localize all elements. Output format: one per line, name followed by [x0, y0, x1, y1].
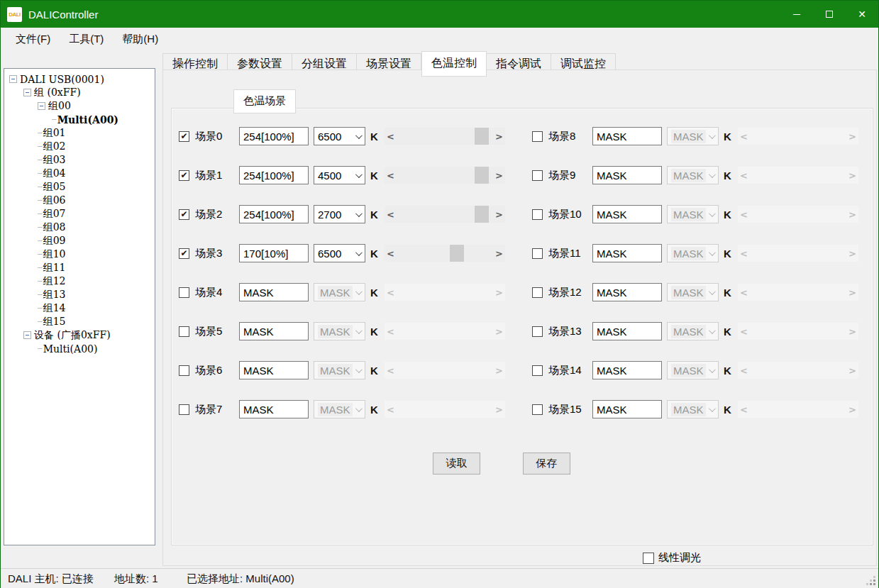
scene-level-input[interactable]: 254[100%] [239, 127, 309, 145]
kelvin-scrollbar: <> [385, 401, 505, 418]
tree-node-6[interactable]: ┄组03 [4, 153, 155, 167]
scrollbar-right-arrow-icon[interactable]: > [493, 206, 505, 223]
tree-expander-icon[interactable] [23, 331, 31, 339]
tree-node-18[interactable]: ┄组15 [4, 315, 155, 328]
scene-level-input[interactable]: MASK [239, 322, 309, 340]
scene-level-input[interactable]: MASK [239, 400, 309, 418]
scrollbar-right-arrow-icon[interactable]: > [493, 128, 505, 145]
menu-item-2[interactable]: 帮助(H) [113, 29, 167, 50]
tree-node-16[interactable]: ┄组13 [4, 288, 155, 301]
scene-level-input[interactable]: MASK [592, 400, 662, 418]
tree-node-1[interactable]: 组 (0xFF) [4, 86, 155, 99]
tree-node-0[interactable]: DALI USB(0001) [4, 72, 155, 86]
scene-level-input[interactable]: MASK [592, 127, 662, 145]
scene-level-input[interactable]: 170[10%] [239, 244, 309, 262]
scene-checkbox[interactable]: ✔ [179, 209, 189, 220]
scene-level-input[interactable]: 254[100%] [239, 205, 309, 223]
tree-node-20[interactable]: ┄Multi(A00) [4, 342, 155, 355]
scene-checkbox[interactable] [532, 248, 543, 259]
kelvin-scrollbar[interactable]: <> [385, 245, 505, 262]
scene-kelvin-dropdown: MASK [667, 283, 719, 301]
kelvin-scrollbar[interactable]: <> [385, 128, 505, 145]
tree-node-7[interactable]: ┄组04 [4, 167, 155, 180]
linear-dimming-checkbox[interactable] [643, 553, 654, 564]
tree-node-12[interactable]: ┄组09 [4, 234, 155, 248]
tab-sub-1[interactable]: 色温场景 [233, 89, 296, 113]
tree-node-13[interactable]: ┄组10 [4, 248, 155, 261]
scrollbar-thumb[interactable] [475, 206, 489, 223]
scene-kelvin-dropdown[interactable]: 6500 [314, 127, 365, 145]
tree-expander-icon[interactable] [9, 75, 17, 83]
scene-kelvin-dropdown: MASK [667, 361, 719, 379]
scene-kelvin-dropdown[interactable]: 6500 [314, 244, 365, 262]
tree-node-19[interactable]: 设备 (广播0xFF) [4, 328, 155, 342]
kelvin-unit-label: K [724, 287, 731, 299]
scene-checkbox[interactable] [532, 404, 543, 415]
scene-level-input[interactable]: 254[100%] [239, 166, 309, 184]
scrollbar-thumb[interactable] [450, 245, 464, 262]
tree-node-label: 组00 [48, 100, 71, 113]
scrollbar-thumb[interactable] [475, 128, 489, 145]
scene-level-input[interactable]: MASK [592, 166, 662, 184]
tree-connector-icon: ┄ [38, 263, 42, 272]
scrollbar-right-arrow-icon[interactable]: > [493, 167, 505, 184]
tree-node-15[interactable]: ┄组12 [4, 274, 155, 288]
scrollbar-left-arrow-icon[interactable]: < [385, 167, 397, 184]
scene-checkbox[interactable]: ✔ [179, 248, 189, 259]
scene-checkbox[interactable] [179, 287, 189, 298]
scrollbar-left-arrow-icon[interactable]: < [385, 206, 397, 223]
scene-level-input[interactable]: MASK [592, 283, 662, 301]
tree-connector-icon: ┄ [52, 115, 56, 124]
tree-expander-icon[interactable] [23, 89, 31, 96]
scene-checkbox[interactable] [179, 326, 189, 337]
menu-item-1[interactable]: 工具(T) [60, 29, 113, 50]
minimize-button[interactable]: ─ [780, 1, 813, 28]
scene-level-input[interactable]: MASK [592, 244, 662, 262]
scene-level-input[interactable]: MASK [592, 205, 662, 223]
scene-level-input[interactable]: MASK [239, 361, 309, 379]
tree-node-5[interactable]: ┄组02 [4, 140, 155, 153]
resize-grip-icon[interactable] [873, 583, 875, 585]
tree-node-9[interactable]: ┄组06 [4, 194, 155, 207]
scrollbar-left-arrow-icon[interactable]: < [385, 128, 397, 145]
scene-checkbox[interactable] [532, 131, 543, 142]
scene-checkbox[interactable] [532, 365, 543, 376]
chevron-down-icon [355, 366, 363, 373]
scene-kelvin-dropdown[interactable]: 4500 [314, 166, 365, 184]
scene-level-input[interactable]: MASK [592, 361, 662, 379]
chevron-down-icon [355, 210, 363, 217]
scrollbar-left-arrow-icon[interactable]: < [385, 245, 397, 262]
scene-level-input[interactable]: MASK [592, 322, 662, 340]
tree-node-8[interactable]: ┄组05 [4, 180, 155, 194]
scene-checkbox[interactable] [179, 365, 189, 376]
scene-row-8: 场景8MASKMASKK<> [532, 126, 858, 146]
scene-checkbox[interactable] [532, 326, 543, 337]
tree-node-2[interactable]: 组00 [4, 99, 155, 113]
close-button[interactable]: ✕ [846, 1, 878, 28]
scrollbar-thumb[interactable] [475, 167, 489, 184]
scene-checkbox[interactable] [532, 209, 543, 220]
scrollbar-right-arrow-icon[interactable]: > [493, 245, 505, 262]
scene-checkbox[interactable]: ✔ [179, 170, 189, 181]
scene-checkbox[interactable] [532, 170, 543, 181]
scene-checkbox[interactable]: ✔ [179, 131, 189, 142]
scene-checkbox[interactable] [532, 287, 543, 298]
tree-node-10[interactable]: ┄组07 [4, 207, 155, 221]
tree-expander-icon[interactable] [38, 102, 45, 110]
tree-node-11[interactable]: ┄组08 [4, 221, 155, 234]
tree-node-14[interactable]: ┄组11 [4, 261, 155, 274]
tree-connector-icon: ┄ [38, 344, 42, 353]
tab-main-4[interactable]: 色温控制 [421, 51, 487, 77]
scene-kelvin-dropdown[interactable]: 2700 [314, 205, 365, 223]
kelvin-scrollbar[interactable]: <> [385, 206, 505, 223]
maximize-button[interactable] [813, 1, 846, 28]
save-button[interactable]: 保存 [523, 453, 570, 475]
tree-node-4[interactable]: ┄组01 [4, 126, 155, 140]
menu-item-0[interactable]: 文件(F) [6, 29, 60, 50]
read-button[interactable]: 读取 [433, 453, 480, 475]
scene-level-input[interactable]: MASK [239, 283, 309, 301]
scene-checkbox[interactable] [179, 404, 189, 415]
tree-node-17[interactable]: ┄组14 [4, 301, 155, 315]
kelvin-scrollbar[interactable]: <> [385, 167, 505, 184]
tree-node-3[interactable]: ┄Multi(A00) [4, 113, 155, 126]
